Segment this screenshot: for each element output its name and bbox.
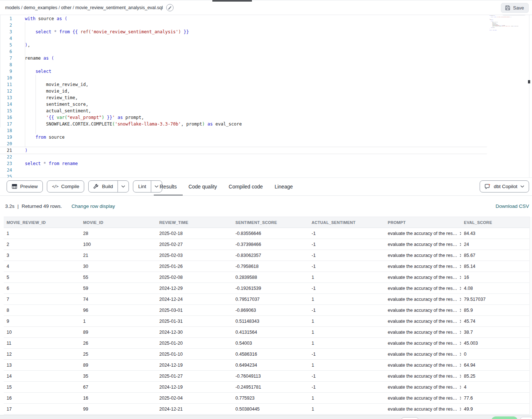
code-line[interactable]: ), [0, 42, 532, 48]
code-line[interactable]: ) [0, 147, 487, 154]
table-row: 16162025-02-040.7759231evaluate the accu… [4, 393, 529, 404]
cell-prompt: evaluate the accuracy of the res… [385, 242, 461, 247]
breadcrumb-item[interactable]: models [5, 5, 20, 10]
tab-compiled-code[interactable]: Compiled code [223, 178, 269, 195]
cell-movie_id: 26 [80, 341, 156, 346]
table-row: 1282025-02-18-0.83556646-1evaluate the a… [4, 228, 529, 239]
table-row: 14352025-01-27-0.76049113-1evaluate the … [4, 371, 529, 382]
code-line[interactable] [0, 48, 532, 55]
cell-movie_review_id: 15 [4, 385, 80, 390]
code-line[interactable] [0, 167, 532, 173]
cell-actual_sentiment: 1 [309, 341, 385, 346]
cell-actual_sentiment: -1 [309, 308, 385, 313]
prompt-preview-text: evaluate the accuracy of the res… [388, 385, 457, 390]
bottom-green-pill-button[interactable] [491, 416, 518, 419]
cell-eval_score: 4 [461, 385, 529, 390]
build-label: Build [102, 184, 113, 189]
code-line[interactable]: movie_review_id, [0, 81, 532, 88]
cell-prompt: evaluate the accuracy of the res… [385, 308, 461, 313]
cell-sentiment_score: 0.775923 [232, 396, 309, 401]
sql-editor[interactable]: 1234567891011121314151617181920212223242… [0, 15, 532, 178]
tab-code-quality[interactable]: Code quality [183, 178, 223, 195]
results-tabs: ResultsCode qualityCompiled codeLineage [154, 178, 299, 195]
cell-sentiment_score: -0.19261539 [232, 286, 309, 291]
change-row-display-link[interactable]: Change row display [71, 203, 115, 209]
compile-button[interactable]: </> Compile [47, 180, 84, 192]
table-row: 13892024-12-190.64942341evaluate the acc… [4, 360, 529, 371]
breadcrumb-separator: / [71, 5, 75, 10]
cell-eval_score: 4.08 [461, 286, 529, 291]
cell-prompt: evaluate the accuracy of the res… [385, 286, 461, 291]
bottom-white-button[interactable] [520, 417, 532, 419]
prompt-preview-text: evaluate the accuracy of the res… [388, 363, 457, 368]
save-button[interactable]: Save [501, 3, 529, 13]
code-line[interactable]: select * from rename [0, 160, 532, 167]
breadcrumb-item[interactable]: demo_examples [24, 5, 57, 10]
column-header-eval_score: EVAL_SCORE [461, 220, 529, 225]
cell-eval_score: 84.43 [461, 231, 529, 236]
cell-actual_sentiment: -1 [309, 286, 385, 291]
prompt-preview-text: evaluate the accuracy of the res… [388, 275, 457, 280]
code-line[interactable]: select [0, 68, 532, 75]
tab-lineage[interactable]: Lineage [269, 178, 299, 195]
cell-eval_score: 45.74 [461, 319, 529, 324]
build-button[interactable]: Build [88, 180, 129, 192]
bottom-ghost-button[interactable] [401, 417, 418, 419]
code-line[interactable]: '{{ var("eval_prompt") }}' as prompt, [0, 114, 532, 121]
code-line[interactable] [0, 22, 532, 29]
breadcrumb-item[interactable]: other [61, 5, 72, 10]
build-wrench-icon [93, 184, 99, 189]
code-line[interactable]: from source [0, 134, 532, 141]
format-file-icon[interactable] [166, 4, 174, 11]
code-line[interactable]: actual_sentiment, [0, 108, 532, 114]
cell-movie_review_id: 14 [4, 374, 80, 379]
dbt-ide-window: models / demo_examples / other / movie_r… [0, 0, 532, 419]
cell-actual_sentiment: -1 [309, 231, 385, 236]
table-row: 4302025-01-26-0.7958618-1evaluate the ac… [4, 261, 529, 272]
code-line[interactable] [0, 35, 532, 42]
cell-movie_id: 59 [80, 286, 156, 291]
column-header-movie_review_id: MOVIE_REVIEW_ID [4, 220, 80, 225]
code-line[interactable]: movie_id, [0, 88, 532, 94]
cell-movie_id: 67 [80, 385, 156, 390]
dbt-copilot-button[interactable]: dbt Copilot [480, 180, 529, 192]
cell-prompt: evaluate the accuracy of the res… [385, 407, 461, 412]
cell-eval_score: 16 [461, 275, 529, 280]
editor-scrollbar-thumb[interactable] [528, 80, 530, 83]
cell-actual_sentiment: 1 [309, 330, 385, 335]
code-area[interactable]: with source as ( select * from {{ ref('m… [0, 15, 532, 178]
code-line[interactable]: SNOWFLAKE.CORTEX.COMPLETE('snowflake-lla… [0, 121, 532, 127]
cell-prompt: evaluate the accuracy of the res… [385, 363, 461, 368]
code-line[interactable]: select * from {{ ref('movie_review_senti… [0, 29, 532, 35]
code-line[interactable] [0, 141, 532, 147]
code-line[interactable]: rename as ( [0, 55, 532, 61]
download-csv-link[interactable]: Download CSV [495, 203, 529, 209]
action-toolbar: Preview </> Compile Build [0, 178, 532, 195]
build-dropdown-chevron[interactable] [118, 181, 129, 192]
cell-movie_id: 25 [80, 352, 156, 357]
prompt-preview-text: evaluate the accuracy of the res… [388, 352, 457, 357]
cell-movie_review_id: 1 [4, 231, 80, 236]
code-line[interactable] [0, 154, 532, 160]
cell-actual_sentiment: 1 [309, 396, 385, 401]
code-line[interactable] [0, 61, 532, 68]
code-line[interactable] [0, 127, 532, 134]
cell-actual_sentiment: -1 [309, 253, 385, 258]
preview-label: Preview [20, 184, 38, 189]
code-line[interactable]: sentiment_score, [0, 101, 532, 108]
preview-button[interactable]: Preview [7, 180, 43, 192]
code-line[interactable]: with source as ( [0, 15, 532, 22]
cell-movie_review_id: 11 [4, 341, 80, 346]
row-count-summary: Returned 49 rows. [22, 203, 62, 209]
cell-eval_score: 49.9 [461, 407, 529, 412]
cell-actual_sentiment: -1 [309, 374, 385, 379]
prompt-preview-text: evaluate the accuracy of the res… [388, 319, 457, 324]
code-line[interactable]: review_time, [0, 94, 532, 101]
tab-results[interactable]: Results [154, 178, 183, 195]
table-row: 6592024-12-29-0.19261539-1evaluate the a… [4, 283, 529, 294]
code-line[interactable] [0, 75, 532, 81]
table-scrollbar-track[interactable] [529, 217, 532, 415]
editor-minimap[interactable]: with source as ( select * from {{ ref('m… [490, 15, 525, 34]
cell-eval_score: 85.9 [461, 308, 529, 313]
file-header-bar: models / demo_examples / other / movie_r… [0, 0, 532, 15]
